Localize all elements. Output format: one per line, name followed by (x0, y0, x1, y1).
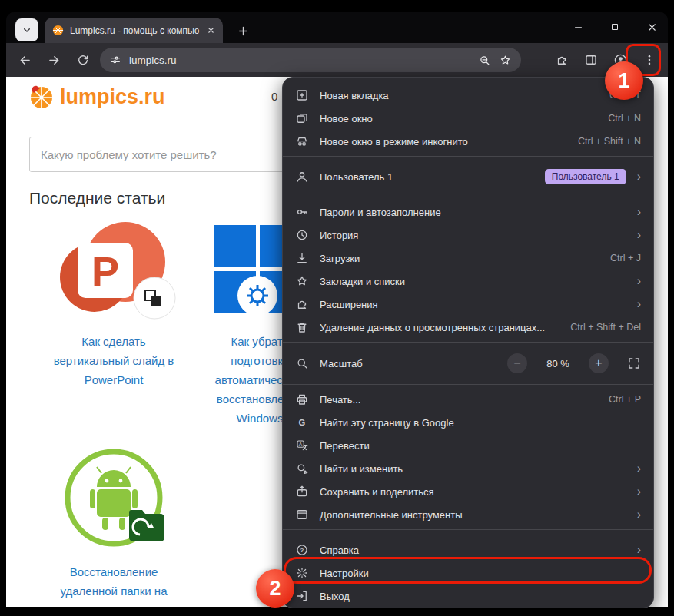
find-icon (295, 462, 309, 475)
menu-item-downloads[interactable]: Загрузки Ctrl + J (283, 247, 653, 270)
site-settings-icon[interactable] (109, 54, 121, 66)
menu-item-label: Найти эту страницу в Google (320, 417, 641, 429)
submenu-chevron-icon: › (637, 171, 641, 183)
article-title-line: Восстановление (22, 562, 206, 581)
google-g-icon: G (295, 416, 309, 429)
close-button[interactable] (643, 18, 660, 35)
menu-item-label: Закладки и списки (320, 276, 626, 287)
menu-item-label: Новая вкладка (320, 90, 599, 101)
menu-item-clear-browsing-data[interactable]: Удаление данных о просмотренных страница… (283, 316, 653, 339)
menu-item-new-window[interactable]: Новое окно Ctrl + N (283, 107, 653, 130)
reload-button[interactable] (71, 48, 95, 72)
new-tab-button[interactable] (232, 20, 254, 41)
forward-button[interactable] (42, 48, 66, 72)
exit-icon (295, 589, 309, 603)
new-tab-icon (295, 88, 309, 102)
svg-text:P: P (91, 248, 119, 294)
extensions-button[interactable] (549, 48, 574, 72)
menu-item-history[interactable]: История › (283, 224, 653, 247)
site-logo-text: lumpics.ru (60, 85, 165, 109)
menu-separator (283, 156, 653, 157)
profile-badge: Пользователь 1 (545, 169, 626, 184)
submenu-chevron-icon: › (637, 206, 641, 218)
translate-icon: A (295, 439, 309, 452)
article-title-line: Как сделать (22, 332, 206, 351)
svg-text:?: ? (300, 547, 304, 554)
menu-item-save-share[interactable]: Сохранить и поделиться › (283, 480, 653, 503)
article-link[interactable]: Как сделать вертикальный слайд в PowerPo… (22, 332, 206, 389)
article-image-android[interactable] (58, 444, 174, 559)
menu-item-label: Удаление данных о просмотренных страница… (320, 322, 559, 333)
menu-item-bookmarks[interactable]: Закладки и списки › (283, 270, 653, 293)
chevron-down-icon (21, 24, 33, 36)
maximize-button[interactable] (606, 18, 623, 35)
more-tools-icon (295, 508, 309, 522)
star-icon (295, 274, 309, 288)
submenu-chevron-icon: › (637, 544, 641, 556)
bookmark-star-icon[interactable] (499, 54, 512, 67)
menu-item-zoom: Масштаб − 80 % + (283, 346, 653, 381)
menu-item-label: Дополнительные инструменты (320, 509, 626, 521)
fullscreen-icon[interactable] (627, 356, 641, 370)
puzzle-icon (295, 297, 309, 311)
menu-item-search-google[interactable]: G Найти эту страницу в Google (283, 411, 653, 434)
svg-text:G: G (299, 418, 306, 427)
menu-item-label: Новое окно (320, 113, 597, 124)
browser-tab[interactable]: Lumpics.ru - помощь с компью (45, 18, 223, 43)
site-logo[interactable]: lumpics.ru (28, 84, 165, 110)
minimize-button[interactable] (569, 18, 586, 35)
menu-item-more-tools[interactable]: Дополнительные инструменты › (283, 503, 653, 526)
window-controls (569, 18, 660, 35)
menu-item-shortcut: Ctrl + P (609, 394, 641, 405)
maximize-icon (609, 22, 620, 32)
zoom-indicator-icon[interactable] (478, 54, 491, 67)
zoom-out-button[interactable]: − (507, 353, 527, 373)
help-icon: ? (295, 543, 309, 557)
zoom-in-button[interactable]: + (589, 353, 609, 373)
article-link[interactable]: Восстановление удаленной папки на (22, 562, 206, 601)
article-title-line: вертикальный слайд в (22, 351, 206, 370)
reload-icon (76, 53, 90, 67)
menu-item-passwords[interactable]: Пароли и автозаполнение › (283, 200, 653, 224)
article-image-powerpoint[interactable]: P (48, 220, 179, 327)
menu-item-extensions[interactable]: Расширения › (283, 293, 653, 316)
menu-item-label: Пользователь 1 (320, 171, 534, 183)
tab-close-icon[interactable] (207, 26, 215, 35)
plus-icon (237, 25, 250, 38)
new-window-icon (295, 111, 309, 125)
incognito-icon (295, 134, 309, 148)
tab-search-button[interactable] (15, 18, 38, 41)
menu-separator (283, 197, 653, 197)
menu-item-shortcut: Ctrl + Shift + Del (570, 322, 641, 333)
menu-item-label: Масштаб (320, 358, 496, 369)
menu-item-translate[interactable]: A Перевести (283, 434, 653, 457)
zoom-value: 80 % (538, 358, 578, 369)
menu-separator (283, 384, 653, 385)
chrome-menu: Новая вкладка Ctrl + T Новое окно Ctrl +… (282, 77, 654, 608)
menu-item-incognito[interactable]: Новое окно в режиме инкогнито Ctrl + Shi… (283, 130, 653, 153)
menu-item-print[interactable]: Печать... Ctrl + P (283, 388, 653, 411)
menu-item-new-tab[interactable]: Новая вкладка Ctrl + T (283, 84, 653, 107)
submenu-chevron-icon: › (637, 298, 641, 310)
submenu-chevron-icon: › (637, 485, 641, 498)
share-icon (295, 485, 309, 498)
menu-item-label: История (320, 230, 626, 241)
svg-text:A: A (299, 442, 303, 447)
menu-separator (283, 342, 653, 343)
side-panel-button[interactable] (579, 48, 603, 72)
step-2-badge: 2 (256, 569, 294, 608)
close-icon (646, 22, 658, 33)
menu-item-shortcut: Ctrl + N (608, 113, 641, 124)
back-button[interactable] (12, 48, 37, 72)
minimize-icon (573, 22, 584, 33)
menu-item-find-edit[interactable]: Найти и изменить › (283, 457, 653, 480)
tab-strip: Lumpics.ru - помощь с компью (6, 12, 668, 43)
magnifier-icon (295, 356, 309, 370)
site-favicon-icon (52, 25, 64, 36)
menu-item-profile[interactable]: Пользователь 1 Пользователь 1 › (283, 160, 653, 194)
menu-item-exit[interactable]: Выход (283, 585, 653, 608)
back-arrow-icon (18, 53, 32, 68)
submenu-chevron-icon: › (637, 508, 641, 521)
address-bar[interactable]: lumpics.ru (100, 48, 521, 72)
url-text: lumpics.ru (129, 55, 470, 66)
